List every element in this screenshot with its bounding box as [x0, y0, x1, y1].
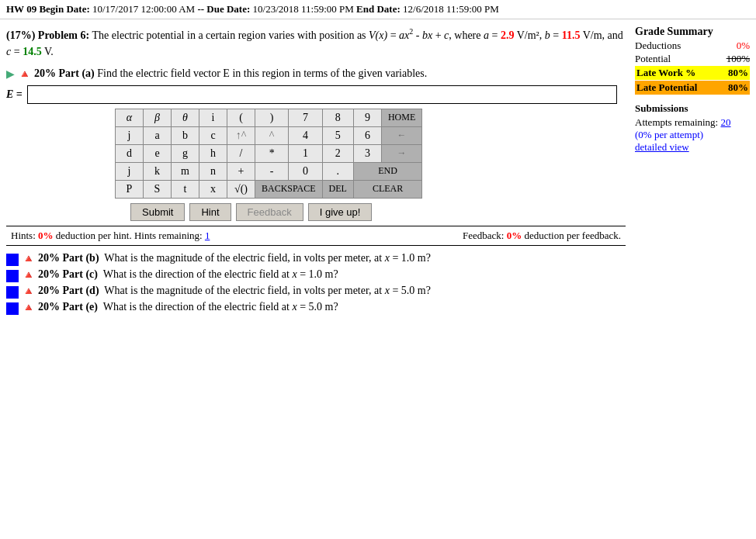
key-clear[interactable]: CLEAR [353, 180, 421, 198]
hints-num: 1 [205, 230, 210, 241]
key-lparen[interactable]: ( [227, 109, 255, 126]
part-c-text: 20% Part (c) What is the direction of th… [38, 268, 338, 281]
key-a[interactable]: a [144, 126, 172, 144]
keypad-container: α β θ i ( ) 7 8 9 HOME j a b c ↑^ [115, 109, 626, 199]
key-rightarrow[interactable]: → [381, 144, 421, 162]
part-a-label: 20% Part (a) [34, 67, 95, 80]
key-leftarrow[interactable]: ← [381, 126, 421, 144]
key-minus[interactable]: - [255, 162, 289, 180]
part-a-desc: Find the electric field vector E in this… [95, 67, 427, 80]
part-e-row: 🔺 20% Part (e) What is the direction of … [6, 301, 626, 315]
right-panel: Grade Summary Deductions 0% Potential 10… [626, 26, 750, 317]
key-dot[interactable]: . [322, 162, 353, 180]
hint-button[interactable]: Hint [189, 203, 231, 221]
key-slash[interactable]: / [227, 144, 255, 162]
part-e-icon [6, 302, 19, 315]
key-alpha[interactable]: α [116, 109, 144, 126]
key-5[interactable]: 5 [322, 126, 353, 144]
part-b-warning: 🔺 [22, 252, 35, 265]
key-end[interactable]: END [353, 162, 421, 180]
key-3[interactable]: 3 [353, 144, 381, 162]
keypad-table: α β θ i ( ) 7 8 9 HOME j a b c ↑^ [115, 109, 422, 199]
hints-bar: Hints: 0% deduction per hint. Hints rema… [6, 226, 626, 246]
key-i[interactable]: i [199, 109, 227, 126]
answer-input[interactable] [27, 85, 617, 104]
button-row: Submit Hint Feedback I give up! [130, 203, 626, 221]
part-b-row: 🔺 20% Part (b) What is the magnitude of … [6, 252, 626, 266]
keypad-row-2: j a b c ↑^ ^ 4 5 6 ← [116, 126, 422, 144]
sub-parts-section: 🔺 20% Part (b) What is the magnitude of … [6, 252, 626, 315]
due-date: 10/23/2018 11:59:00 PM [253, 3, 354, 15]
key-6[interactable]: 6 [353, 126, 381, 144]
key-9[interactable]: 9 [353, 109, 381, 126]
late-work-row: Late Work % 80% [635, 66, 750, 80]
key-h[interactable]: h [199, 144, 227, 162]
key-backspace[interactable]: BACKSPACE [255, 180, 323, 198]
key-4[interactable]: 4 [289, 126, 322, 144]
per-attempt-row: (0% per attempt) [635, 129, 750, 141]
grade-summary: Grade Summary Deductions 0% Potential 10… [635, 26, 750, 95]
attempts-num: 20 [720, 116, 730, 128]
part-a-header: ▶ 🔺 20% Part (a) Find the electric field… [6, 67, 626, 81]
key-c[interactable]: c [199, 126, 227, 144]
detailed-view-link[interactable]: detailed view [635, 141, 689, 153]
submit-button[interactable]: Submit [130, 203, 185, 221]
key-P[interactable]: P [116, 180, 144, 198]
hw-title: HW 09 [6, 3, 36, 15]
keypad-row-4: j k m n + - 0 . END [116, 162, 422, 180]
key-rparen[interactable]: ) [255, 109, 289, 126]
potential-label: Potential [635, 53, 671, 65]
late-potential-row: Late Potential 80% [635, 81, 750, 95]
key-plus[interactable]: + [227, 162, 255, 180]
key-theta[interactable]: θ [172, 109, 199, 126]
key-g[interactable]: g [172, 144, 199, 162]
c-val: 14.5 [23, 46, 42, 57]
key-x[interactable]: x [199, 180, 227, 198]
key-2[interactable]: 2 [322, 144, 353, 162]
key-del[interactable]: DEL [322, 180, 353, 198]
key-star[interactable]: * [255, 144, 289, 162]
warning-icon: 🔺 [18, 67, 31, 81]
deductions-val: 0% [719, 40, 750, 52]
per-attempt-text: (0% per attempt) [635, 129, 703, 140]
end-date: 12/6/2018 11:59:00 PM [403, 3, 499, 15]
problem-text: (17%) Problem 6: The electric potential … [6, 26, 626, 60]
key-7[interactable]: 7 [289, 109, 322, 126]
part-b-text: 20% Part (b) What is the magnitude of th… [38, 252, 431, 264]
late-work-val: 80% [717, 67, 748, 79]
key-n[interactable]: n [199, 162, 227, 180]
left-panel: (17%) Problem 6: The electric potential … [6, 26, 626, 317]
key-sqrt[interactable]: √() [227, 180, 255, 198]
feedback-pct: 0% [507, 230, 522, 241]
key-m[interactable]: m [172, 162, 199, 180]
key-b[interactable]: b [172, 126, 199, 144]
b-val: 11.5 [562, 29, 581, 41]
give-up-button[interactable]: I give up! [308, 203, 373, 221]
key-beta[interactable]: β [144, 109, 172, 126]
problem-description: The electric potential in a certain regi… [92, 29, 501, 41]
eq-label: E = [6, 88, 23, 101]
expand-icon[interactable]: ▶ [6, 67, 15, 81]
equation-row: E = [6, 85, 626, 104]
feedback-label: Feedback: [463, 230, 504, 241]
key-0[interactable]: 0 [289, 162, 322, 180]
feedback-button[interactable]: Feedback [236, 203, 303, 221]
key-j1[interactable]: j [116, 126, 144, 144]
key-S[interactable]: S [144, 180, 172, 198]
hints-left: Hints: 0% deduction per hint. Hints rema… [11, 230, 210, 242]
begin-date: 10/17/2017 12:00:00 AM [92, 3, 195, 15]
key-k[interactable]: k [144, 162, 172, 180]
begin-label: Begin Date: [39, 3, 89, 15]
part-c-warning: 🔺 [22, 268, 35, 282]
key-j2[interactable]: j [116, 162, 144, 180]
key-home[interactable]: HOME [381, 109, 421, 126]
key-t[interactable]: t [172, 180, 199, 198]
a-unit: V/m², b = [517, 29, 562, 41]
key-caret[interactable]: ^ [255, 126, 289, 144]
key-1[interactable]: 1 [289, 144, 322, 162]
key-d[interactable]: d [116, 144, 144, 162]
key-e[interactable]: e [144, 144, 172, 162]
key-8[interactable]: 8 [322, 109, 353, 126]
key-uparrow[interactable]: ↑^ [227, 126, 255, 144]
part-b-icon [6, 254, 19, 266]
